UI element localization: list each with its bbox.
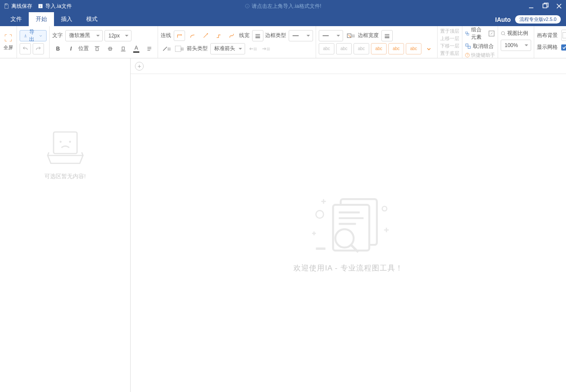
edit-shape-button[interactable]: ▦ bbox=[345, 30, 356, 41]
window-close[interactable] bbox=[556, 3, 563, 10]
position-label: 位置 bbox=[78, 45, 89, 52]
sidepanel-empty-text: 可选区暂无内容! bbox=[44, 172, 86, 180]
show-grid-label: 显示网格 bbox=[537, 44, 558, 51]
text-box-2[interactable]: abc bbox=[336, 43, 352, 54]
svg-point-16 bbox=[69, 141, 71, 143]
connector-curve2-button[interactable] bbox=[226, 30, 237, 41]
svg-rect-10 bbox=[466, 44, 468, 46]
menu-mode[interactable]: 模式 bbox=[79, 12, 104, 26]
info-icon bbox=[245, 3, 250, 9]
connector-diag-button[interactable] bbox=[200, 30, 211, 41]
offline-save-label: 离线保存 bbox=[11, 3, 32, 10]
export-button[interactable]: 导出 bbox=[20, 30, 47, 41]
arrow-type-select[interactable]: 标准箭头 bbox=[210, 43, 245, 54]
ribbon: 全屏 导出 文字 微软雅黑 12px B I 位置 A bbox=[0, 26, 566, 58]
border-width-button[interactable] bbox=[381, 30, 393, 41]
border-type-select[interactable] bbox=[289, 30, 313, 41]
menu-file[interactable]: 文件 bbox=[3, 12, 29, 26]
canvas-bg-label: 画布背景 bbox=[537, 32, 558, 39]
move-up-layer[interactable]: 上移一层 bbox=[440, 35, 459, 42]
menu-insert[interactable]: 插入 bbox=[54, 12, 79, 26]
line-fill-button[interactable]: ▦ bbox=[174, 43, 185, 54]
connector-step-button[interactable] bbox=[213, 30, 224, 41]
import-file-button[interactable]: 导入.ia文件 bbox=[37, 3, 72, 10]
align-text-button[interactable] bbox=[144, 43, 155, 54]
text-box-5[interactable]: abc bbox=[388, 43, 404, 54]
svg-point-21 bbox=[382, 206, 387, 211]
group-elements-button[interactable]: 组合元素 bbox=[465, 26, 495, 41]
chevron-down-icon bbox=[39, 33, 43, 38]
bring-to-front[interactable]: 置于顶层 bbox=[440, 28, 459, 34]
side-panel: 可选区暂无内容! bbox=[0, 58, 131, 392]
font-family-select[interactable]: 微软雅黑 bbox=[65, 30, 103, 41]
empty-box-icon bbox=[41, 128, 89, 167]
border-width-label: 边框宽度 bbox=[358, 32, 379, 39]
line-label: 连线 bbox=[161, 32, 171, 39]
send-to-back[interactable]: 置于底层 bbox=[440, 50, 459, 57]
show-grid-checkbox[interactable] bbox=[561, 44, 566, 51]
ungroup-elements-button[interactable]: 取消组合 bbox=[465, 43, 495, 50]
version-pill: 流程专业版v2.5.0 bbox=[515, 15, 561, 24]
svg-rect-11 bbox=[468, 46, 470, 48]
border-type-label: 边框类型 bbox=[265, 32, 286, 39]
text-box-3[interactable]: abc bbox=[354, 43, 369, 54]
align-middle-button[interactable] bbox=[104, 43, 116, 54]
arrow-start-button[interactable]: ▦ bbox=[247, 43, 258, 54]
linewidth-button[interactable] bbox=[252, 30, 263, 41]
svg-point-20 bbox=[316, 210, 324, 218]
bold-button[interactable]: B bbox=[52, 43, 64, 54]
window-minimize[interactable] bbox=[528, 3, 535, 10]
window-maximize[interactable] bbox=[542, 3, 549, 10]
move-down-layer[interactable]: 下移一层 bbox=[440, 43, 459, 49]
undo-button[interactable] bbox=[20, 43, 31, 54]
welcome-text: 欢迎使用IA - 专业流程图工具！ bbox=[293, 263, 403, 273]
arrow-type-label: 箭头类型 bbox=[187, 45, 208, 52]
zoom-select[interactable]: 100% bbox=[501, 40, 531, 51]
connector-elbow-button[interactable] bbox=[174, 30, 185, 41]
text-box-1[interactable]: abc bbox=[319, 43, 334, 54]
font-size-select[interactable]: 12px bbox=[104, 30, 131, 41]
welcome-doc-icon bbox=[300, 193, 396, 254]
canvas-bg-button[interactable]: ▦ bbox=[561, 30, 566, 41]
text-box-6[interactable]: abc bbox=[406, 43, 421, 54]
menu-start[interactable]: 开始 bbox=[29, 12, 54, 26]
canvas-area[interactable]: 欢迎使用IA - 专业流程图工具！ bbox=[131, 74, 566, 392]
arrow-end-button[interactable]: ▦ bbox=[260, 43, 271, 54]
search-icon bbox=[501, 31, 506, 36]
svg-point-13 bbox=[502, 31, 505, 35]
fullscreen-label: 全屏 bbox=[3, 44, 13, 51]
group-icon bbox=[465, 30, 469, 37]
hotkey-helper[interactable]: 快捷键助手 bbox=[465, 52, 495, 58]
svg-point-15 bbox=[59, 141, 61, 143]
expand-icon bbox=[488, 30, 495, 37]
svg-rect-3 bbox=[543, 4, 547, 8]
menubar: 文件 开始 插入 模式 IAuto 流程专业版v2.5.0 bbox=[0, 12, 566, 26]
svg-rect-7 bbox=[465, 32, 467, 34]
add-tab-button[interactable]: + bbox=[135, 62, 144, 71]
svg-point-4 bbox=[181, 34, 182, 35]
canvas-wrap: + 欢迎使用IA - 专业流程图工具！ bbox=[131, 58, 566, 392]
italic-button[interactable]: I bbox=[65, 43, 77, 54]
shape-more-button[interactable] bbox=[423, 43, 435, 54]
line-style-select[interactable] bbox=[319, 30, 343, 41]
workspace: 可选区暂无内容! + 欢迎使用IA - 专业流程图工具！ bbox=[0, 58, 566, 392]
ungroup-icon bbox=[465, 43, 471, 49]
brand-label: IAuto bbox=[495, 16, 511, 23]
titlebar: 离线保存 导入.ia文件 请点击左上角导入.ia格式文件! bbox=[0, 0, 566, 12]
linewidth-label: 线宽 bbox=[239, 32, 249, 39]
svg-rect-14 bbox=[54, 132, 77, 154]
text-box-4[interactable]: abc bbox=[371, 43, 387, 54]
font-color-button[interactable]: A bbox=[131, 43, 142, 54]
connector-curve1-button[interactable] bbox=[187, 30, 198, 41]
import-icon bbox=[37, 3, 44, 9]
fullscreen-button[interactable] bbox=[3, 34, 14, 44]
redo-button[interactable] bbox=[33, 43, 44, 54]
svg-rect-0 bbox=[6, 4, 7, 5]
import-file-label: 导入.ia文件 bbox=[45, 3, 72, 10]
align-top-button[interactable] bbox=[91, 43, 103, 54]
offline-save-button[interactable]: 离线保存 bbox=[3, 3, 32, 10]
line-color-button[interactable]: ▦ bbox=[161, 43, 172, 54]
align-bottom-button[interactable] bbox=[118, 43, 129, 54]
svg-point-5 bbox=[207, 33, 208, 34]
view-ratio-label: 视图比例 bbox=[501, 30, 531, 37]
